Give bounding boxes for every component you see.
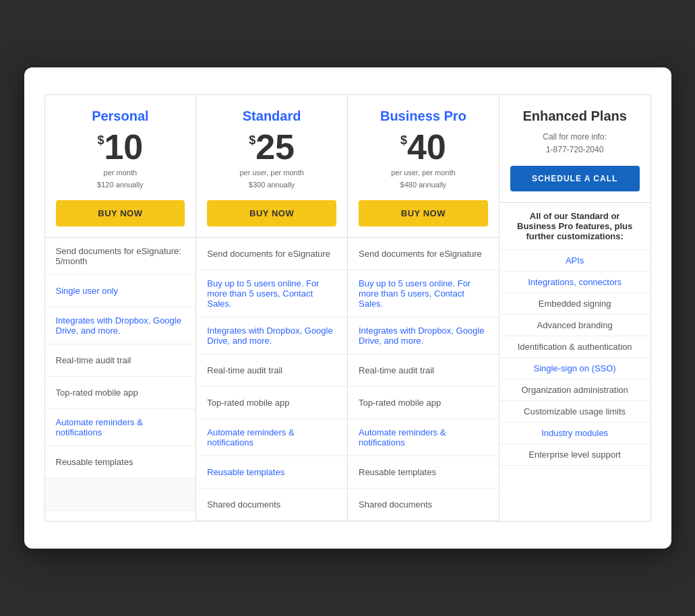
feature-row-empty <box>45 479 196 511</box>
plan-standard-header: Standard $ 25 per user, per month $300 a… <box>196 95 347 238</box>
plan-business-pro: Business Pro $ 40 per user, per month $4… <box>348 95 500 521</box>
feature-row: Integrates with Dropbox, Google Drive, a… <box>196 317 347 355</box>
plan-enhanced-call-info: Call for more info: 1-877-720-2040 <box>510 131 640 156</box>
plan-personal-features: Send documents for eSignature: 5/month S… <box>45 238 196 521</box>
plan-business-pro-features: Send documents for eSignature Buy up to … <box>348 238 499 521</box>
feature-row: Integrates with Dropbox, Google Drive, a… <box>348 317 499 355</box>
feature-row: Real-time audit trail <box>196 355 347 387</box>
plan-standard-name: Standard <box>207 109 336 124</box>
feature-row: Shared documents <box>196 489 347 521</box>
enhanced-feature: Advanced branding <box>500 315 651 336</box>
plan-standard-buy-button[interactable]: BUY NOW <box>207 200 336 226</box>
plan-personal-amount: 10 <box>104 129 143 164</box>
plan-personal-name: Personal <box>56 109 185 124</box>
pricing-table: Personal $ 10 per month $120 annually BU… <box>44 94 651 522</box>
feature-row: Reusable templates <box>348 456 499 489</box>
plan-personal-buy-button[interactable]: BUY NOW <box>56 200 185 226</box>
feature-row: Reusable templates <box>196 456 347 489</box>
plan-enhanced-features: All of our Standard or Business Pro feat… <box>500 203 651 521</box>
feature-row: Shared documents <box>348 489 499 521</box>
plan-standard-dollar: $ <box>249 133 255 148</box>
plan-business-pro-subtext: per user, per month $480 annually <box>359 167 488 191</box>
feature-row: Buy up to 5 users online. For more than … <box>196 270 347 317</box>
feature-row: Automate reminders & notifications <box>348 419 499 456</box>
plan-personal-price: $ 10 <box>56 129 185 164</box>
plan-personal: Personal $ 10 per month $120 annually BU… <box>45 95 197 521</box>
plan-enhanced-schedule-button[interactable]: SCHEDULE A CALL <box>510 166 640 191</box>
plan-business-pro-price: $ 40 <box>359 129 488 164</box>
enhanced-feature: Single-sign on (SSO) <box>500 358 651 379</box>
plan-business-pro-dollar: $ <box>400 133 407 148</box>
feature-row: Buy up to 5 users online. For more than … <box>348 270 499 317</box>
plan-standard-features: Send documents for eSignature Buy up to … <box>196 238 347 521</box>
feature-row: Top-rated mobile app <box>45 377 196 409</box>
plan-business-pro-buy-button[interactable]: BUY NOW <box>359 200 488 226</box>
feature-row: Send documents for eSignature <box>348 238 499 270</box>
plan-business-pro-header: Business Pro $ 40 per user, per month $4… <box>348 95 499 238</box>
plan-personal-dollar: $ <box>97 133 104 148</box>
plan-enhanced-header: Enhanced Plans Call for more info: 1-877… <box>500 95 651 203</box>
feature-row: Real-time audit trail <box>348 355 499 387</box>
feature-row: Integrates with Dropbox, Google Drive, a… <box>45 307 196 344</box>
plan-enhanced: Enhanced Plans Call for more info: 1-877… <box>500 95 651 521</box>
plan-standard: Standard $ 25 per user, per month $300 a… <box>196 95 348 521</box>
plan-business-pro-name: Business Pro <box>359 109 488 124</box>
enhanced-feature: Embedded signing <box>500 293 651 315</box>
enhanced-feature: Integrations, connectors <box>500 272 651 293</box>
enhanced-feature: Organization administration <box>500 379 651 401</box>
feature-row: Send documents for eSignature <box>196 238 347 270</box>
feature-row: Single user only <box>45 275 196 307</box>
plan-business-pro-amount: 40 <box>407 129 446 164</box>
enhanced-feature: Identification & authentication <box>500 336 651 358</box>
feature-row: Send documents for eSignature: 5/month <box>45 238 196 275</box>
feature-row: Real-time audit trail <box>45 344 196 377</box>
plan-standard-subtext: per user, per month $300 annually <box>207 167 336 191</box>
plan-enhanced-name: Enhanced Plans <box>510 109 640 124</box>
enhanced-feature: Customizable usage limits <box>500 401 651 423</box>
feature-row: Automate reminders & notifications <box>45 409 196 446</box>
enhanced-intro-text: All of our Standard or Business Pro feat… <box>500 203 651 250</box>
pricing-page: Personal $ 10 per month $120 annually BU… <box>24 67 671 549</box>
feature-row: Reusable templates <box>45 446 196 479</box>
plan-standard-amount: 25 <box>255 129 295 164</box>
plan-standard-price: $ 25 <box>207 129 336 164</box>
feature-row: Automate reminders & notifications <box>196 419 347 456</box>
plan-personal-header: Personal $ 10 per month $120 annually BU… <box>45 95 196 238</box>
feature-row: Top-rated mobile app <box>348 387 499 419</box>
enhanced-feature: APIs <box>500 250 651 272</box>
feature-row: Top-rated mobile app <box>196 387 347 419</box>
enhanced-feature: Industry modules <box>500 423 651 444</box>
enhanced-feature: Enterprise level support <box>500 444 651 466</box>
plan-personal-subtext: per month $120 annually <box>56 167 185 191</box>
